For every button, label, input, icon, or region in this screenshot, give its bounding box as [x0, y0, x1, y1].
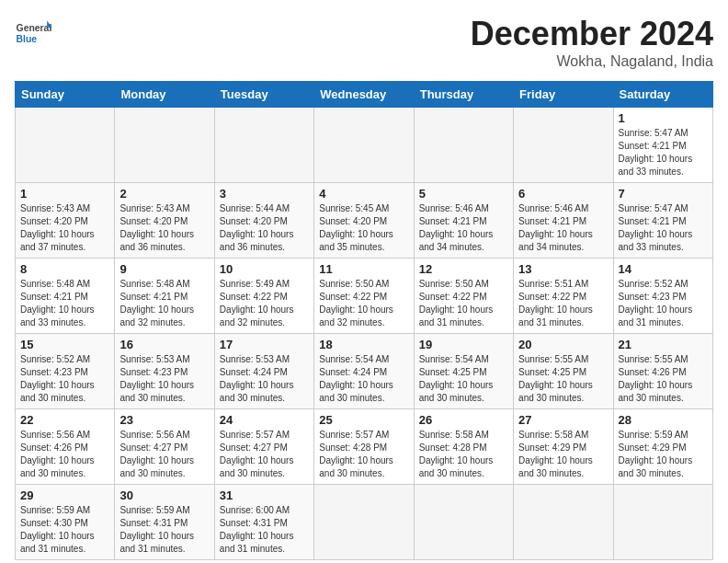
day-number: 1: [20, 187, 109, 201]
calendar-day-15: 15 Sunrise: 5:52 AMSunset: 4:23 PMDaylig…: [16, 334, 115, 409]
title-area: December 2024 Wokha, Nagaland, India: [471, 15, 713, 70]
day-info: Sunrise: 5:52 AMSunset: 4:23 PMDaylight:…: [619, 279, 693, 327]
calendar-day-6: 6 Sunrise: 5:46 AMSunset: 4:21 PMDayligh…: [514, 183, 613, 259]
day-info: Sunrise: 5:46 AMSunset: 4:21 PMDaylight:…: [419, 203, 494, 252]
day-info: Sunrise: 5:56 AMSunset: 4:27 PMDaylight:…: [119, 430, 194, 478]
calendar-day-28: 28 Sunrise: 5:59 AMSunset: 4:29 PMDaylig…: [613, 409, 712, 485]
calendar-day-23: 23 Sunrise: 5:56 AMSunset: 4:27 PMDaylig…: [115, 409, 214, 485]
calendar-day-1: 1 Sunrise: 5:47 AMSunset: 4:21 PMDayligh…: [613, 108, 712, 183]
empty-cell: [314, 108, 414, 183]
day-number: 28: [619, 413, 708, 427]
calendar-day-19: 19 Sunrise: 5:54 AMSunset: 4:25 PMDaylig…: [414, 334, 513, 409]
day-info: Sunrise: 5:50 AMSunset: 4:22 PMDaylight:…: [319, 279, 393, 327]
calendar-header-friday: Friday: [514, 82, 613, 108]
calendar-day-13: 13 Sunrise: 5:51 AMSunset: 4:22 PMDaylig…: [514, 259, 613, 334]
day-info: Sunrise: 5:59 AMSunset: 4:31 PMDaylight:…: [119, 505, 194, 554]
day-info: Sunrise: 5:54 AMSunset: 4:24 PMDaylight:…: [319, 354, 393, 403]
empty-cell: [514, 108, 613, 183]
calendar-header-saturday: Saturday: [613, 82, 712, 108]
empty-cell: [16, 108, 115, 183]
day-info: Sunrise: 5:57 AMSunset: 4:27 PMDaylight:…: [220, 430, 294, 478]
calendar-day-5: 5 Sunrise: 5:46 AMSunset: 4:21 PMDayligh…: [414, 183, 513, 259]
day-info: Sunrise: 5:43 AMSunset: 4:20 PMDaylight:…: [119, 203, 194, 252]
day-number: 11: [319, 262, 408, 276]
day-number: 8: [20, 262, 109, 276]
day-number: 1: [619, 111, 708, 125]
day-number: 5: [419, 187, 508, 201]
day-number: 24: [220, 413, 309, 427]
empty-cell: [115, 108, 214, 183]
day-number: 27: [518, 413, 608, 427]
calendar-day-20: 20 Sunrise: 5:55 AMSunset: 4:25 PMDaylig…: [514, 334, 613, 409]
day-info: Sunrise: 5:51 AMSunset: 4:22 PMDaylight:…: [518, 279, 593, 327]
day-info: Sunrise: 5:59 AMSunset: 4:29 PMDaylight:…: [619, 430, 693, 478]
svg-text:Blue: Blue: [17, 34, 38, 44]
empty-cell: [214, 108, 313, 183]
calendar-header-tuesday: Tuesday: [214, 82, 313, 108]
day-number: 25: [319, 413, 408, 427]
day-info: Sunrise: 5:50 AMSunset: 4:22 PMDaylight:…: [419, 279, 494, 327]
day-info: Sunrise: 5:58 AMSunset: 4:29 PMDaylight:…: [518, 430, 593, 478]
day-number: 31: [220, 488, 309, 502]
calendar-day-25: 25 Sunrise: 5:57 AMSunset: 4:28 PMDaylig…: [314, 409, 414, 485]
day-info: Sunrise: 5:59 AMSunset: 4:30 PMDaylight:…: [20, 505, 95, 554]
calendar-day-22: 22 Sunrise: 5:56 AMSunset: 4:26 PMDaylig…: [16, 409, 115, 485]
month-title: December 2024: [471, 15, 713, 53]
empty-cell: [514, 485, 613, 560]
logo: General Blue: [15, 15, 55, 52]
day-number: 18: [319, 338, 408, 351]
location-subtitle: Wokha, Nagaland, India: [471, 53, 713, 70]
calendar-header-monday: Monday: [115, 82, 214, 108]
day-info: Sunrise: 5:56 AMSunset: 4:26 PMDaylight:…: [20, 430, 95, 478]
day-number: 15: [20, 338, 109, 351]
calendar-header-wednesday: Wednesday: [314, 82, 414, 108]
calendar-day-17: 17 Sunrise: 5:53 AMSunset: 4:24 PMDaylig…: [214, 334, 313, 409]
calendar-day-29: 29 Sunrise: 5:59 AMSunset: 4:30 PMDaylig…: [16, 485, 115, 560]
svg-text:General: General: [17, 23, 51, 33]
day-info: Sunrise: 5:43 AMSunset: 4:20 PMDaylight:…: [20, 203, 95, 252]
calendar-day-4: 4 Sunrise: 5:45 AMSunset: 4:20 PMDayligh…: [314, 183, 414, 259]
calendar-day-18: 18 Sunrise: 5:54 AMSunset: 4:24 PMDaylig…: [314, 334, 414, 409]
page-header: General Blue December 2024 Wokha, Nagala…: [15, 15, 713, 70]
calendar-table: SundayMondayTuesdayWednesdayThursdayFrid…: [15, 81, 713, 560]
day-info: Sunrise: 5:52 AMSunset: 4:23 PMDaylight:…: [20, 354, 95, 403]
day-info: Sunrise: 5:47 AMSunset: 4:21 PMDaylight:…: [619, 128, 693, 177]
day-info: Sunrise: 5:53 AMSunset: 4:23 PMDaylight:…: [119, 354, 194, 403]
day-number: 12: [419, 262, 508, 276]
day-number: 4: [319, 187, 408, 201]
day-info: Sunrise: 5:46 AMSunset: 4:21 PMDaylight:…: [518, 203, 593, 252]
day-info: Sunrise: 5:44 AMSunset: 4:20 PMDaylight:…: [220, 203, 294, 252]
day-number: 22: [20, 413, 109, 427]
day-number: 21: [619, 338, 708, 351]
day-info: Sunrise: 5:47 AMSunset: 4:21 PMDaylight:…: [619, 203, 693, 252]
calendar-day-2: 2 Sunrise: 5:43 AMSunset: 4:20 PMDayligh…: [115, 183, 214, 259]
calendar-day-12: 12 Sunrise: 5:50 AMSunset: 4:22 PMDaylig…: [414, 259, 513, 334]
day-number: 23: [119, 413, 209, 427]
calendar-day-27: 27 Sunrise: 5:58 AMSunset: 4:29 PMDaylig…: [514, 409, 613, 485]
day-info: Sunrise: 5:54 AMSunset: 4:25 PMDaylight:…: [419, 354, 494, 403]
day-number: 20: [518, 338, 608, 351]
day-number: 2: [119, 187, 209, 201]
calendar-day-10: 10 Sunrise: 5:49 AMSunset: 4:22 PMDaylig…: [214, 259, 313, 334]
calendar-day-30: 30 Sunrise: 5:59 AMSunset: 4:31 PMDaylig…: [115, 485, 214, 560]
day-info: Sunrise: 5:45 AMSunset: 4:20 PMDaylight:…: [319, 203, 393, 252]
empty-cell: [613, 485, 712, 560]
day-number: 9: [119, 262, 209, 276]
day-number: 10: [220, 262, 309, 276]
calendar-header-thursday: Thursday: [414, 82, 513, 108]
calendar-day-9: 9 Sunrise: 5:48 AMSunset: 4:21 PMDayligh…: [115, 259, 214, 334]
day-number: 7: [619, 187, 708, 201]
calendar-day-14: 14 Sunrise: 5:52 AMSunset: 4:23 PMDaylig…: [613, 259, 712, 334]
day-number: 13: [518, 262, 608, 276]
day-number: 17: [220, 338, 309, 351]
calendar-day-3: 3 Sunrise: 5:44 AMSunset: 4:20 PMDayligh…: [214, 183, 313, 259]
day-info: Sunrise: 5:58 AMSunset: 4:28 PMDaylight:…: [419, 430, 494, 478]
calendar-day-26: 26 Sunrise: 5:58 AMSunset: 4:28 PMDaylig…: [414, 409, 513, 485]
day-number: 29: [20, 488, 109, 502]
empty-cell: [414, 485, 513, 560]
day-info: Sunrise: 6:00 AMSunset: 4:31 PMDaylight:…: [220, 505, 294, 554]
calendar-day-11: 11 Sunrise: 5:50 AMSunset: 4:22 PMDaylig…: [314, 259, 414, 334]
calendar-day-16: 16 Sunrise: 5:53 AMSunset: 4:23 PMDaylig…: [115, 334, 214, 409]
day-number: 3: [220, 187, 309, 201]
day-info: Sunrise: 5:48 AMSunset: 4:21 PMDaylight:…: [20, 279, 95, 327]
